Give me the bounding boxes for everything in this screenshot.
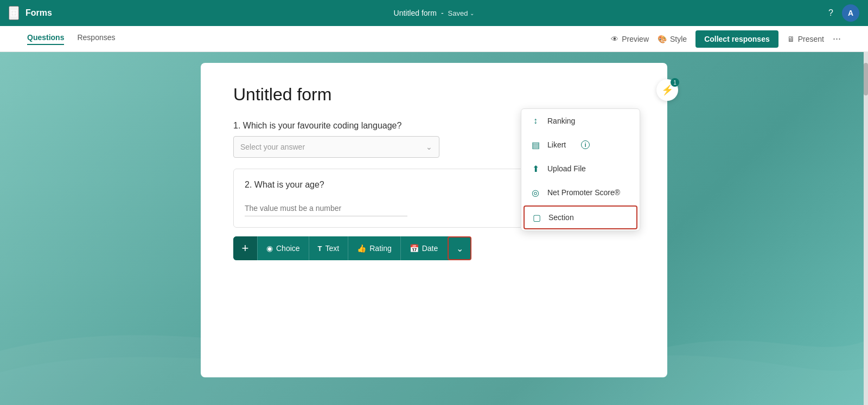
upload-label: Upload File [547, 164, 586, 173]
ranking-icon: ↕ [530, 115, 541, 126]
top-bar-center: Untitled form - Saved ⌄ [394, 9, 475, 17]
add-toolbar: + ◉ Choice T Text 👍 Rating 📅 Date [233, 236, 471, 260]
lightning-badge: 1 [671, 78, 679, 87]
app-title: Forms [25, 8, 52, 18]
lightning-icon: ⚡ [661, 84, 673, 96]
avatar[interactable]: A [842, 4, 859, 22]
rating-label: Rating [369, 244, 391, 253]
choice-button[interactable]: ◉ Choice [257, 236, 309, 260]
nps-label: Net Promoter Score® [547, 188, 620, 197]
saved-badge: Saved ⌄ [448, 9, 475, 17]
text-type-icon: T [318, 245, 322, 253]
sub-nav-tabs: Questions Responses [27, 33, 116, 45]
collect-responses-button[interactable]: Collect responses [695, 30, 778, 48]
present-label: Present [798, 35, 824, 43]
nps-option[interactable]: ◎ Net Promoter Score® [521, 181, 640, 204]
help-icon[interactable]: ? [828, 8, 833, 18]
preview-label: Preview [622, 35, 649, 43]
number-input[interactable] [245, 201, 407, 216]
preview-button[interactable]: 👁 Preview [611, 35, 649, 43]
lightning-button[interactable]: ⚡ 1 [656, 79, 678, 101]
section-label: Section [548, 213, 574, 222]
rating-button[interactable]: 👍 Rating [348, 236, 400, 260]
dropdown-menu: ↕ Ranking ▤ Likert i ⬆ Upload File ◎ Net… [521, 108, 640, 231]
likert-label: Likert [547, 140, 566, 149]
ranking-label: Ranking [547, 117, 575, 125]
date-button[interactable]: 📅 Date [400, 236, 447, 260]
upload-option[interactable]: ⬆ Upload File [521, 157, 640, 181]
top-bar: ⊞ Forms Untitled form - Saved ⌄ ? A [0, 0, 868, 26]
section-option[interactable]: ▢ Section [524, 205, 637, 229]
tab-questions[interactable]: Questions [27, 33, 64, 45]
title-separator: - [441, 9, 444, 17]
waffle-icon[interactable]: ⊞ [9, 6, 19, 20]
sub-nav-right: 👁 Preview 🎨 Style Collect responses 🖥 Pr… [611, 30, 841, 48]
top-bar-left: ⊞ Forms [9, 6, 52, 20]
top-bar-right: ? A [828, 4, 859, 22]
scrollbar[interactable] [864, 52, 868, 405]
scrollbar-thumb [864, 63, 868, 95]
text-label: Text [326, 244, 340, 253]
answer-dropdown-1[interactable]: Select your answer ⌄ [233, 136, 439, 158]
more-options-button[interactable]: ··· [833, 33, 841, 44]
ranking-option[interactable]: ↕ Ranking [521, 109, 640, 133]
dropdown-chevron-icon: ⌄ [426, 143, 432, 151]
style-button[interactable]: 🎨 Style [658, 35, 687, 43]
style-label: Style [670, 35, 687, 43]
form-card: ⚡ 1 Untitled form 1. Which is your favou… [201, 63, 667, 377]
main-area: ⚡ 1 Untitled form 1. Which is your favou… [0, 52, 868, 405]
text-button[interactable]: T Text [309, 236, 348, 260]
choice-icon: ◉ [266, 244, 273, 253]
nps-icon: ◎ [530, 187, 541, 198]
likert-option[interactable]: ▤ Likert i [521, 133, 640, 157]
saved-text: Saved [448, 9, 468, 17]
form-title: Untitled form [394, 9, 437, 17]
more-types-button[interactable]: ⌄ [448, 236, 471, 260]
add-button[interactable]: + [233, 236, 257, 260]
dropdown-placeholder: Select your answer [240, 143, 305, 151]
tab-responses[interactable]: Responses [77, 33, 115, 45]
present-button[interactable]: 🖥 Present [787, 35, 824, 43]
form-title-heading: Untitled form [233, 85, 635, 105]
sub-nav: Questions Responses 👁 Preview 🎨 Style Co… [0, 26, 868, 52]
toolbar-wrapper: + ◉ Choice T Text 👍 Rating 📅 Date [233, 236, 635, 260]
title-chevron-icon[interactable]: ⌄ [470, 10, 474, 16]
date-label: Date [422, 244, 438, 253]
choice-label: Choice [276, 244, 300, 253]
preview-icon: 👁 [611, 35, 618, 43]
likert-icon: ▤ [530, 139, 541, 150]
rating-icon: 👍 [357, 244, 366, 253]
date-icon: 📅 [410, 244, 419, 253]
upload-icon: ⬆ [530, 163, 541, 174]
style-icon: 🎨 [658, 35, 667, 43]
more-chevron-icon: ⌄ [456, 243, 463, 254]
section-icon: ▢ [531, 212, 542, 223]
info-icon: i [581, 140, 590, 149]
present-icon: 🖥 [787, 35, 795, 43]
